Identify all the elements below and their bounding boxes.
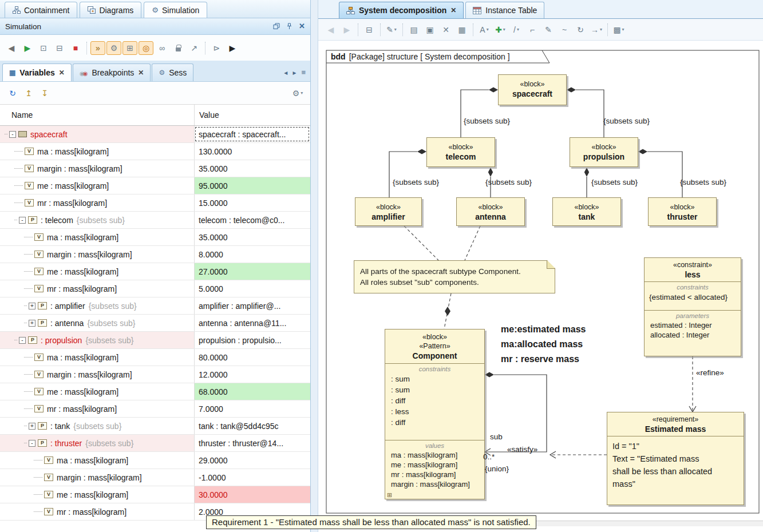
row-value-cell[interactable]: antenna : antenna@11...: [194, 315, 310, 331]
row-name-cell[interactable]: Vmr : mass[kilogram]: [0, 194, 194, 211]
indent-button[interactable]: →▾: [589, 23, 604, 37]
breakpoints-window-button[interactable]: ∞: [155, 41, 169, 55]
tab-sessions[interactable]: ⚙ Sess: [152, 63, 193, 81]
refresh-button[interactable]: ↻: [5, 86, 20, 100]
row-value-cell[interactable]: 5.0000: [194, 280, 310, 297]
table-row[interactable]: Vmr : mass[kilogram]5.0000: [0, 280, 310, 297]
table-row[interactable]: Vme : mass[kilogram]68.0000: [0, 383, 310, 400]
table-row[interactable]: Vma : mass[kilogram]80.0000: [0, 349, 310, 366]
row-name-cell[interactable]: -P: propulsion{subsets sub}: [0, 332, 194, 348]
row-name-cell[interactable]: Vma : mass[kilogram]: [0, 452, 194, 469]
row-value-cell[interactable]: -1.0000: [194, 469, 310, 486]
table-row[interactable]: +P: amplifier{subsets sub}amplifier : am…: [0, 297, 310, 315]
settings-button[interactable]: ⚙▾: [290, 86, 305, 100]
table-row[interactable]: Vma : mass[kilogram]130.0000: [0, 143, 310, 160]
nav-back-button[interactable]: ◀: [4, 41, 19, 55]
row-name-cell[interactable]: +P: tank{subsets sub}: [0, 418, 194, 434]
row-value-cell[interactable]: 35.0000: [194, 160, 310, 177]
run-button[interactable]: ▶: [20, 41, 35, 55]
draw-path-button[interactable]: ✎: [541, 23, 556, 37]
row-value-cell[interactable]: 35.0000: [194, 229, 310, 245]
row-value-cell[interactable]: 8.0000: [194, 246, 310, 263]
row-value-cell[interactable]: 29.0000: [194, 452, 310, 469]
table-row[interactable]: Vmr : mass[kilogram]15.0000: [0, 194, 310, 212]
tab-containment[interactable]: Containment: [5, 2, 77, 18]
auto-link-button[interactable]: ◎: [139, 41, 153, 55]
table-row[interactable]: Vma : mass[kilogram]29.0000: [0, 452, 310, 469]
diagram-canvas[interactable]: bdd[Package] structure [ System decompos…: [318, 41, 763, 526]
row-value-cell[interactable]: 80.0000: [194, 349, 310, 366]
row-name-cell[interactable]: Vmargin : mass[kilogram]: [0, 366, 194, 383]
row-name-cell[interactable]: Vmr : mass[kilogram]: [0, 280, 194, 297]
export-variables-button[interactable]: ↥: [21, 86, 36, 100]
console-toggle-button[interactable]: »: [90, 41, 105, 55]
row-name-cell[interactable]: Vma : mass[kilogram]: [0, 229, 194, 245]
row-name-cell[interactable]: +P: antenna{subsets sub}: [0, 315, 194, 331]
row-value-cell[interactable]: 130.0000: [194, 143, 310, 160]
table-row[interactable]: -P: propulsion{subsets sub}propulsion : …: [0, 332, 310, 349]
nav-back-button[interactable]: ◀: [323, 23, 338, 37]
frames-button[interactable]: ⊡: [36, 41, 51, 55]
row-value-cell[interactable]: 15.0000: [194, 194, 310, 211]
expand-toggle[interactable]: +: [29, 303, 35, 309]
block-node-tank[interactable]: «block» tank: [552, 197, 621, 226]
table-row[interactable]: -P: thruster{subsets sub}thruster : thru…: [0, 435, 310, 452]
row-value-cell[interactable]: spacecraft : spacecraft...: [194, 126, 310, 142]
row-name-cell[interactable]: -spacecraft: [0, 126, 194, 142]
row-name-cell[interactable]: -P: thruster{subsets sub}: [0, 435, 194, 451]
row-name-cell[interactable]: +P: amplifier{subsets sub}: [0, 297, 194, 314]
panel-splitter[interactable]: [311, 0, 318, 532]
row-name-cell[interactable]: Vmargin : mass[kilogram]: [0, 246, 194, 263]
row-value-cell[interactable]: 95.0000: [194, 177, 310, 194]
column-header-name[interactable]: Name: [0, 110, 194, 120]
row-value-cell[interactable]: 12.0000: [194, 366, 310, 383]
show-in-tree-button[interactable]: ⊟: [362, 23, 377, 37]
collapse-toggle[interactable]: -: [19, 337, 26, 344]
row-name-cell[interactable]: Vme : mass[kilogram]: [0, 263, 194, 280]
row-value-cell[interactable]: amplifier : amplifier@...: [194, 297, 310, 314]
row-name-cell[interactable]: Vme : mass[kilogram]: [0, 486, 194, 503]
oblique-path-button[interactable]: /▾: [509, 23, 524, 37]
collapse-toggle[interactable]: -: [19, 217, 26, 224]
diagram-properties-button[interactable]: ✎▾: [384, 23, 399, 37]
table-row[interactable]: Vmargin : mass[kilogram]8.0000: [0, 246, 310, 263]
row-value-cell[interactable]: propulsion : propulsio...: [194, 332, 310, 348]
row-value-cell[interactable]: 68.0000: [194, 383, 310, 400]
table-row[interactable]: Vmargin : mass[kilogram]-1.0000: [0, 469, 310, 486]
copy-button[interactable]: ▤: [406, 23, 421, 37]
table-row[interactable]: Vme : mass[kilogram]27.0000: [0, 263, 310, 280]
block-node-amplifier[interactable]: «block» amplifier: [355, 197, 422, 226]
table-row[interactable]: Vmr : mass[kilogram]7.0000: [0, 400, 310, 418]
float-window-icon[interactable]: [273, 23, 280, 30]
table-row[interactable]: -P: telecom{subsets sub}telecom : teleco…: [0, 212, 310, 229]
tab-system-decomposition[interactable]: System decomposition ✕: [339, 2, 464, 18]
select-mode-button[interactable]: A▾: [477, 23, 492, 37]
table-row[interactable]: +P: antenna{subsets sub}antenna : antenn…: [0, 315, 310, 332]
pin-icon[interactable]: [286, 23, 292, 30]
note-comment[interactable]: All parts of the spacecraft subtype Comp…: [354, 260, 555, 293]
row-name-cell[interactable]: -P: telecom{subsets sub}: [0, 212, 194, 228]
table-row[interactable]: -spacecraftspacecraft : spacecraft...: [0, 126, 310, 143]
row-name-cell[interactable]: Vma : mass[kilogram]: [0, 143, 194, 160]
row-name-cell[interactable]: Vmr : mass[kilogram]: [0, 400, 194, 417]
row-value-cell[interactable]: telecom : telecom@c0...: [194, 212, 310, 228]
column-header-value[interactable]: Value: [194, 105, 310, 125]
scroll-tabs-right-icon[interactable]: ▸: [292, 69, 296, 77]
row-value-cell[interactable]: 7.0000: [194, 400, 310, 417]
export-results-button[interactable]: ⊳: [209, 41, 224, 55]
tab-breakpoints[interactable]: ◉◉ Breakpoints ✕: [73, 63, 151, 81]
close-tab-icon[interactable]: ✕: [138, 69, 144, 77]
stamp-mode-button[interactable]: ▩▾: [611, 23, 626, 37]
containment-sync-button[interactable]: ⊞: [122, 41, 137, 55]
expand-toggle[interactable]: +: [29, 423, 35, 430]
tab-instance-table[interactable]: Instance Table: [465, 2, 544, 18]
row-value-cell[interactable]: tank : tank@5dd4c95c: [194, 418, 310, 434]
block-node-spacecraft[interactable]: «block» spacecraft: [498, 74, 567, 105]
scroll-tabs-left-icon[interactable]: ◂: [284, 69, 287, 77]
block-node-antenna[interactable]: «block» antenna: [456, 197, 525, 226]
tab-simulation[interactable]: ⚙ Simulation: [144, 2, 207, 18]
table-row[interactable]: Vmargin : mass[kilogram]35.0000: [0, 160, 310, 177]
row-name-cell[interactable]: Vmargin : mass[kilogram]: [0, 160, 194, 177]
table-row[interactable]: +P: tank{subsets sub}tank : tank@5dd4c95…: [0, 418, 310, 435]
tab-variables[interactable]: ▦ Variables ✕: [2, 63, 72, 81]
